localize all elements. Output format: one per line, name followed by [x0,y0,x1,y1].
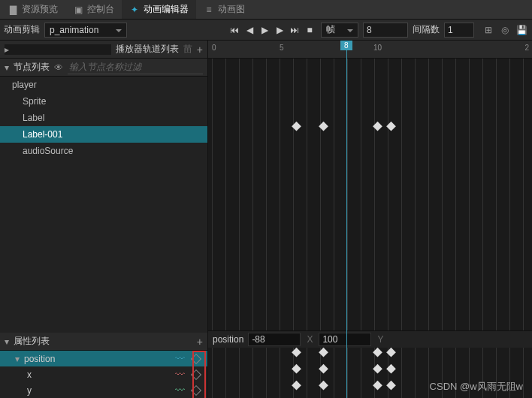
top-tabs: ▇ 资源预览 ▣ 控制台 ✦ 动画编辑器 ≡ 动画图 [0,0,532,20]
node-item-sprite[interactable]: Sprite [0,93,207,110]
node-item-label[interactable]: Label [0,110,207,126]
save-icon[interactable]: 💾 [515,23,528,37]
node-item-player[interactable]: player [0,77,207,93]
prop-tracks-area[interactable] [208,348,532,398]
y-axis-label: Y [376,334,385,345]
transport-controls: ⏮ ◀ ▶ ▶ ⏭ ■ [228,23,316,37]
stop-button[interactable]: ■ [303,23,316,37]
prop-name: y [27,385,32,396]
graph-icon: ≡ [204,5,214,15]
chevron-down-icon [15,354,20,364]
main-area: 播放器轨道列表 苗 + 节点列表 👁 player Sprite Label L… [0,41,532,398]
toolbar-right-icons: ⊞ ◎ 💾 [482,23,528,37]
node-list-header[interactable]: 节点列表 👁 [0,59,207,77]
y-input[interactable] [319,333,371,346]
node-list: player Sprite Label Label-001 audioSourc… [0,77,207,159]
spacing-input[interactable] [444,23,474,38]
prop-editor-header: position X Y [208,331,532,348]
curve-icon[interactable]: 〰 [175,353,185,364]
x-input[interactable] [248,333,301,346]
run-icon: ✦ [129,5,140,15]
first-frame-button[interactable]: ⏮ [228,23,241,37]
last-frame-button[interactable]: ⏭ [288,23,301,37]
curve-icon[interactable]: 〰 [175,384,185,396]
tab-asset-preview[interactable]: ▇ 资源预览 [0,0,65,19]
tab-animation-graph[interactable]: ≡ 动画图 [196,0,252,19]
tracks-area[interactable] [208,59,532,330]
add-key-button[interactable] [191,384,201,395]
tab-console[interactable]: ▣ 控制台 [65,0,122,19]
frame-input[interactable] [363,23,408,38]
prop-item-x[interactable]: x 〰 [0,366,207,382]
timeline-ruler[interactable]: 0 5 10 2 8 [208,41,532,59]
playhead-marker[interactable]: 8 [340,41,352,50]
prop-item-y[interactable]: y 〰 [0,382,207,398]
prev-frame-button[interactable]: ◀ [243,23,256,37]
prop-name: x [27,369,32,380]
toolbar: 动画剪辑 p_animation ⏮ ◀ ▶ ▶ ⏭ ■ 帧 间隔数 ⊞ ◎ 💾 [0,20,532,41]
clip-select[interactable]: p_animation [44,23,127,38]
folder-icon: ▇ [8,5,18,15]
frame-unit-select[interactable]: 帧 [321,23,358,38]
playhead-line [346,41,347,398]
left-spacer [0,159,207,333]
tab-label: 动画图 [218,3,245,16]
prop-name: position [24,354,55,364]
frame-unit-label: 帧 [326,23,335,36]
timeline-panel: 0 5 10 2 8 position X Y [208,41,532,398]
play-button[interactable]: ▶ [258,23,271,37]
node-item-label-001[interactable]: Label-001 [0,126,207,143]
add-key-button[interactable] [191,353,201,363]
node-filter-input[interactable] [68,60,203,74]
property-editor-panel: position X Y [208,330,532,398]
spacing-label: 间隔数 [413,23,440,36]
robot-icon: 苗 [183,43,192,56]
prop-list-header[interactable]: 属性列表 + [0,333,207,351]
next-frame-button[interactable]: ▶ [273,23,286,37]
clip-value: p_animation [50,25,98,35]
chevron-right-icon [5,44,111,55]
node-list-label: 节点列表 [14,61,50,74]
tab-label: 资源预览 [22,3,58,16]
clip-label: 动画剪辑 [4,23,40,36]
tab-label: 控制台 [87,3,114,16]
track-list-header[interactable]: 播放器轨道列表 苗 + [0,41,207,59]
chevron-down-icon [5,336,9,347]
target-icon[interactable]: ◎ [498,23,512,37]
node-item-audiosource[interactable]: audioSource [0,143,207,159]
tick-5: 5 [280,44,284,52]
add-prop-button[interactable]: + [197,336,203,348]
grid-icon[interactable]: ⊞ [482,23,495,37]
left-panel: 播放器轨道列表 苗 + 节点列表 👁 player Sprite Label L… [0,41,208,398]
tick-end: 2 [524,44,529,52]
chevron-down-icon [5,62,9,73]
prop-editor-label: position [213,334,243,345]
prop-list: position 〰 x 〰 y 〰 [0,351,207,398]
curve-icon[interactable]: 〰 [175,369,185,380]
tick-0: 0 [212,44,216,52]
add-track-button[interactable]: + [197,44,203,56]
add-key-button[interactable] [191,369,201,379]
tab-label: 动画编辑器 [144,3,189,16]
console-icon: ▣ [73,5,83,15]
prop-list-label: 属性列表 [14,335,50,348]
eye-icon[interactable]: 👁 [54,62,63,73]
prop-item-position[interactable]: position 〰 [0,351,207,366]
tick-10: 10 [373,44,382,52]
track-list-label: 播放器轨道列表 [116,43,179,56]
x-axis-label: X [305,334,314,345]
tab-animation-editor[interactable]: ✦ 动画编辑器 [122,0,196,19]
